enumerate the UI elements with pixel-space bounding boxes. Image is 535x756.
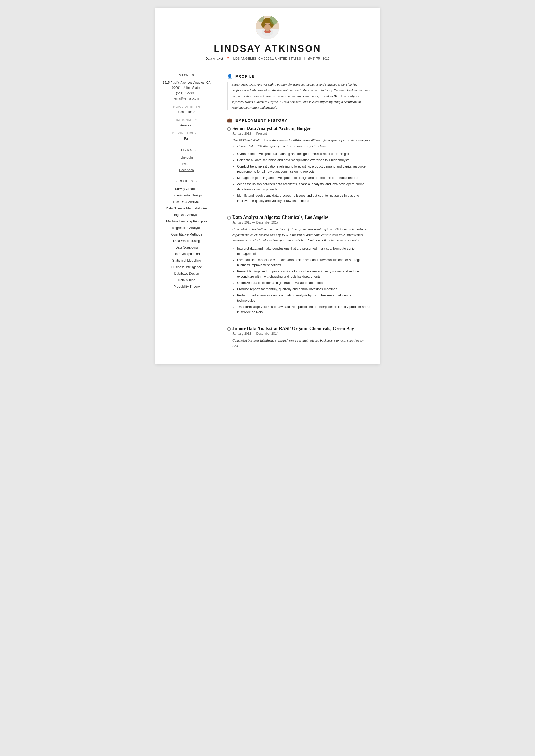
license-label: DRIVING LICENSE — [161, 131, 212, 135]
skill-item: Machine Learning Principles — [161, 218, 212, 225]
job-summary: Completed business intelligence research… — [232, 338, 370, 349]
profile-icon: 👤 — [227, 74, 233, 79]
birth-place: San Antonio — [161, 109, 212, 115]
twitter-link[interactable]: Twitter — [182, 162, 191, 166]
link-item-twitter[interactable]: Twitter — [161, 161, 212, 166]
job-item: Junior Data Analyst at BASF Organic Chem… — [227, 326, 370, 349]
sidebar: DETAILS 1515 Pacific Ave, Los Angeles, C… — [155, 66, 218, 364]
link-item-facebook[interactable]: Facebook — [161, 168, 212, 172]
profile-title-text: PROFILE — [236, 74, 255, 78]
avatar-container — [166, 15, 369, 40]
skill-item: Survey Creation — [161, 186, 212, 192]
skill-item: Raw Data Analysis — [161, 199, 212, 205]
skill-item: Big Data Analysis — [161, 212, 212, 218]
header-sep1: 📍 — [226, 57, 230, 60]
sidebar-details-section: DETAILS 1515 Pacific Ave, Los Angeles, C… — [161, 74, 212, 141]
svg-point-11 — [268, 24, 270, 25]
header-phone: (541) 754-3010 — [308, 57, 329, 60]
job-item: Senior Data Analyst at Archem, Borger Ja… — [227, 126, 370, 204]
skill-item: Quantitative Methods — [161, 231, 212, 238]
header-meta: Data Analyst 📍 LOS ANGELES, CA 90291, UN… — [166, 57, 369, 60]
sidebar-details-info: 1515 Pacific Ave, Los Angeles, CA 90291,… — [161, 80, 212, 141]
sidebar-address: 1515 Pacific Ave, Los Angeles, CA 90291,… — [161, 80, 212, 91]
job-dates: January 2013 — December 2014 — [232, 332, 370, 336]
job-item: Data Analyst at Algorax Chemicals, Los A… — [227, 215, 370, 315]
header-name: LINDSAY ATKINSON — [166, 43, 369, 54]
jobs-container: Senior Data Analyst at Archem, Borger Ja… — [227, 126, 370, 349]
avatar — [256, 15, 279, 39]
employment-divider — [232, 321, 370, 321]
nationality-label: NATIONALITY — [161, 118, 212, 122]
license: Full — [161, 136, 212, 141]
briefcase-icon: 💼 — [227, 118, 233, 123]
skill-item: Experimental Design — [161, 192, 212, 199]
skill-item: Data Mining — [161, 277, 212, 283]
profile-section: 👤 PROFILE Experienced Data Analyst with … — [227, 74, 370, 110]
facebook-link[interactable]: Facebook — [179, 168, 194, 172]
job-bullet: Conduct trend investigations relating to… — [237, 164, 370, 174]
links-list: Linkedin Twitter Facebook — [161, 155, 212, 172]
skills-list: Survey CreationExperimental DesignRaw Da… — [161, 186, 212, 290]
skill-item: Data Science Methodologies — [161, 205, 212, 212]
skill-item: Probability Theory — [161, 283, 212, 290]
skill-item: Data Scrubbing — [161, 244, 212, 251]
body: DETAILS 1515 Pacific Ave, Los Angeles, C… — [155, 66, 380, 364]
skill-item: Data Manipulation — [161, 251, 212, 257]
skill-item: Statistical Modelling — [161, 257, 212, 264]
svg-point-10 — [266, 24, 267, 25]
nationality: American — [161, 123, 212, 128]
job-bullet: Manage the planning and development of d… — [237, 175, 370, 181]
job-dates: January 2018 — Present — [232, 132, 370, 135]
job-bullet: Produce reports for monthly, quarterly a… — [237, 287, 370, 292]
profile-text: Experienced Data Analyst with a passion … — [227, 82, 370, 110]
link-item-linkedin[interactable]: Linkedin — [161, 155, 212, 160]
job-summary: Completed an in-depth market analysis of… — [232, 226, 370, 243]
job-dates: January 2015 — December 2017 — [232, 221, 370, 224]
job-bullet: Oversee the developmental planning and d… — [237, 151, 370, 156]
sidebar-skills-section: SKILLS Survey CreationExperimental Desig… — [161, 180, 212, 290]
job-bullet: Identify and resolve any data processing… — [237, 193, 370, 204]
job-title: Data Analyst at Algorax Chemicals, Los A… — [232, 215, 370, 220]
job-bullet: Perform market analysis and competitor a… — [237, 293, 370, 303]
linkedin-link[interactable]: Linkedin — [180, 155, 193, 159]
header-title: Data Analyst — [206, 57, 223, 60]
sidebar-phone: (541) 754-3010 — [161, 91, 212, 96]
job-bullet: Use statistical models to correlate vari… — [237, 257, 370, 268]
header: LINDSAY ATKINSON Data Analyst 📍 LOS ANGE… — [155, 8, 380, 66]
header-sep2: | — [304, 57, 305, 60]
skills-title: SKILLS — [161, 180, 212, 182]
skill-item: Business Intelligence — [161, 264, 212, 270]
profile-title: 👤 PROFILE — [227, 74, 370, 79]
job-bullet: Interpret data and make conclusions that… — [237, 246, 370, 256]
job-bullet: Present findings and propose solutions t… — [237, 269, 370, 279]
job-summary: Use SPSS and Minitab to conduct research… — [232, 138, 370, 149]
resume-container: LINDSAY ATKINSON Data Analyst 📍 LOS ANGE… — [155, 8, 380, 364]
header-location: LOS ANGELES, CA 90291, UNITED STATES — [233, 57, 301, 60]
skill-item: Data Warehousing — [161, 238, 212, 244]
pin-icon: 📍 — [226, 57, 230, 60]
employment-title-text: EMPLOYMENT HISTORY — [236, 118, 288, 123]
skill-item: Regression Analysis — [161, 225, 212, 231]
links-title: LINKS — [161, 149, 212, 152]
svg-point-8 — [261, 21, 265, 28]
details-title: DETAILS — [161, 74, 212, 77]
sidebar-email: email@email.com — [161, 96, 212, 101]
main-content: 👤 PROFILE Experienced Data Analyst with … — [218, 66, 380, 364]
skill-item: Database Design — [161, 270, 212, 277]
employment-title: 💼 EMPLOYMENT HISTORY — [227, 118, 370, 123]
job-bullet: Transform large volumes of raw data from… — [237, 304, 370, 315]
job-bullets: Interpret data and make conclusions that… — [232, 246, 370, 315]
sidebar-links-section: LINKS Linkedin Twitter Facebook — [161, 149, 212, 172]
birth-label: PLACE OF BIRTH — [161, 104, 212, 109]
job-title: Junior Data Analyst at BASF Organic Chem… — [232, 326, 370, 331]
job-bullet: Act as the liaison between data architec… — [237, 182, 370, 192]
job-bullet: Optimize data collection and generation … — [237, 280, 370, 286]
job-title: Senior Data Analyst at Archem, Borger — [232, 126, 370, 131]
job-bullets: Oversee the developmental planning and d… — [232, 151, 370, 204]
job-bullet: Delegate all data scrubbing and data man… — [237, 157, 370, 163]
employment-section: 💼 EMPLOYMENT HISTORY Senior Data Analyst… — [227, 118, 370, 349]
